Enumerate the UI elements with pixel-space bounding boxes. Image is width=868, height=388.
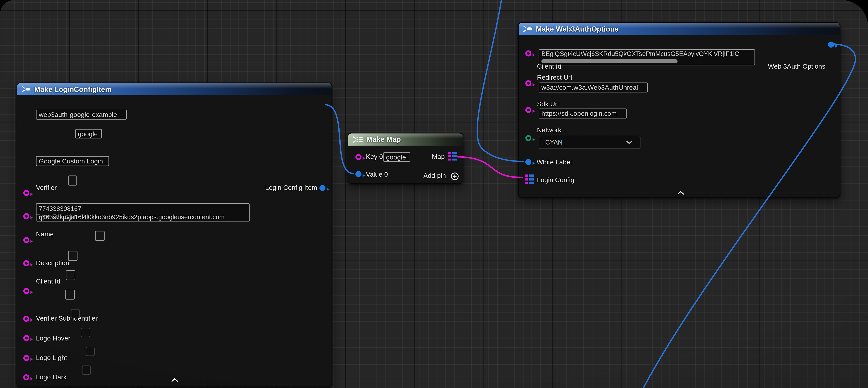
make-struct-icon [22, 86, 31, 92]
output-pin-label: Login Config Item [265, 184, 317, 191]
client-id-input[interactable]: 774338308167- q463s7kpvja16l4l0kko3nb925… [36, 203, 250, 221]
add-pin-button[interactable] [451, 172, 459, 183]
input-pin-logo-light[interactable] [23, 355, 29, 361]
logo-hover-input[interactable] [68, 250, 78, 261]
logo-light-input[interactable] [66, 270, 75, 280]
show-on-modal-checkbox[interactable] [81, 328, 90, 337]
input-pin-sdk-url[interactable] [525, 107, 532, 113]
input-pin-login-config[interactable] [525, 175, 534, 187]
input-pin-logo-hover[interactable] [23, 335, 29, 341]
add-pin-label: Add pin [404, 172, 446, 179]
input-pin-network[interactable] [525, 135, 532, 141]
node-title: Make LoginConfigItem [34, 85, 112, 93]
input-pin-logo-dark[interactable] [23, 374, 29, 380]
pin-label-value0: Value 0 [366, 171, 388, 178]
key0-input[interactable]: google [383, 152, 410, 162]
pin-label-redirect-url: Redirect Url [537, 74, 572, 81]
node-make-map[interactable]: Make Map Key 0 google Map Value 0 Add pi… [348, 133, 463, 184]
input-pin-key0[interactable] [355, 154, 361, 160]
sdk-url-input[interactable]: https://sdk.openlogin.com [539, 109, 627, 118]
input-pin-value0[interactable] [355, 171, 361, 177]
chevron-down-icon [626, 140, 632, 144]
pin-label-verifier: Verifier [36, 184, 57, 191]
input-pin-type-of-login[interactable] [23, 213, 29, 219]
show-on-mobile-checkbox[interactable] [82, 365, 91, 375]
pin-label-network: Network [537, 127, 561, 134]
redirect-url-input[interactable]: w3a://com.w3a.Web3AuthUnreal [539, 82, 648, 92]
pin-label-client-id: Client Id [36, 278, 61, 285]
logo-dark-input[interactable] [65, 290, 74, 299]
type-of-login-input[interactable]: google [75, 129, 102, 139]
pin-label-description: Description [36, 260, 69, 266]
blueprint-graph-canvas[interactable]: Make LoginConfigItem Login Config Item V… [0, 0, 868, 388]
name-input[interactable]: Google Custom Login [36, 156, 109, 166]
make-struct-icon [523, 25, 532, 32]
pin-label-logo-dark: Logo Dark [36, 374, 67, 381]
output-pin-map[interactable] [448, 152, 457, 163]
input-pin-redirect-url[interactable] [525, 80, 532, 86]
node-header-make-map[interactable]: Make Map [348, 133, 463, 145]
node-title: Make Web3AuthOptions [536, 25, 618, 33]
input-pin-description[interactable] [23, 260, 29, 266]
pin-label-verifier-sub-identifier: Verifier Sub Identifier [36, 315, 98, 322]
input-pin-verifier[interactable] [23, 190, 29, 196]
description-input[interactable] [68, 176, 77, 185]
collapse-node-button[interactable] [674, 189, 688, 196]
input-pin-verifier-sub-identifier[interactable] [23, 316, 29, 322]
verifier-sub-identifier-input[interactable] [95, 231, 105, 241]
output-pin-label: Web 3Auth Options [768, 63, 826, 70]
pin-label-logo-light: Logo Light [36, 355, 67, 361]
input-pin-name[interactable] [23, 237, 29, 243]
pin-label-sdk-url: Sdk Url [537, 101, 559, 108]
node-header-make-web3authoptions[interactable]: Make Web3AuthOptions [519, 23, 840, 35]
collapse-node-button[interactable] [167, 377, 182, 383]
main-option-checkbox[interactable] [70, 309, 80, 319]
pin-label-key0: Key 0 [366, 154, 383, 160]
node-make-loginconfigitem[interactable]: Make LoginConfigItem Login Config Item V… [17, 82, 332, 387]
pin-label-name: Name [36, 231, 54, 238]
output-pin-label-map: Map [415, 153, 445, 160]
make-map-icon [352, 136, 363, 143]
output-pin-login-config-item[interactable] [319, 185, 326, 191]
node-make-web3authoptions[interactable]: Make Web3AuthOptions Web 3Auth Options C… [518, 22, 840, 198]
node-header-make-loginconfigitem[interactable]: Make LoginConfigItem [17, 83, 332, 95]
wire-map-to-login-config[interactable] [457, 157, 523, 177]
pin-label-login-config: Login Config [537, 176, 574, 183]
show-on-desktop-checkbox[interactable] [86, 347, 95, 356]
client-id-horizontal-scrollbar[interactable] [541, 59, 678, 63]
client-id-line2: q463s7kpvja16l4l0kko3nb925ikds2p.apps.go… [39, 213, 247, 221]
input-pin-white-label[interactable] [525, 159, 532, 165]
pin-label-white-label: White Label [537, 159, 572, 166]
input-pin-client-id[interactable] [23, 288, 29, 294]
output-pin-web3auth-options[interactable] [828, 41, 834, 48]
client-id-line1: 774338308167- [39, 205, 247, 213]
network-dropdown[interactable]: CYAN [539, 136, 641, 149]
pin-label-logo-hover: Logo Hover [36, 335, 70, 341]
network-dropdown-value: CYAN [545, 139, 562, 146]
verifier-input[interactable]: web3auth-google-example [36, 110, 127, 119]
input-pin-client-id[interactable] [525, 51, 532, 57]
wire-offscreen-to-white-label[interactable] [477, 0, 524, 161]
node-title: Make Map [366, 135, 401, 143]
